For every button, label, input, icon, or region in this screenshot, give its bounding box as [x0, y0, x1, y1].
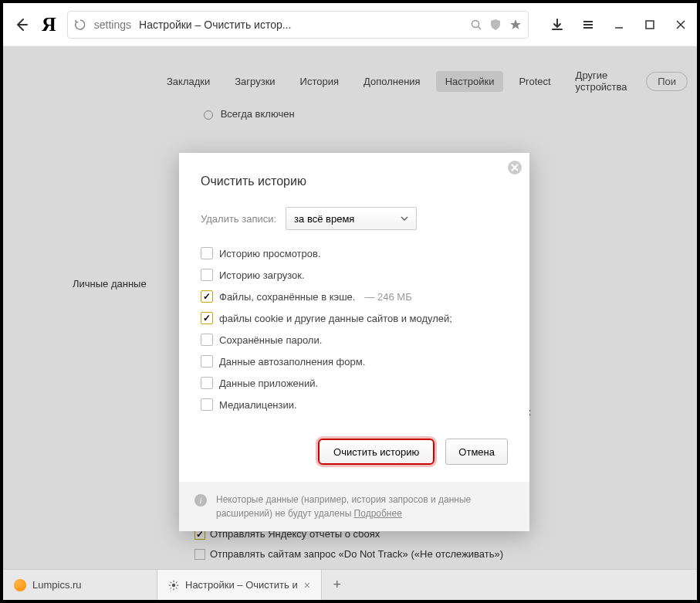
- clear-option-6[interactable]: Данные приложений.: [201, 377, 508, 389]
- checkbox-icon: ✓: [201, 290, 213, 303]
- nav-history[interactable]: История: [291, 71, 348, 92]
- address-key: settings: [94, 19, 131, 31]
- download-button[interactable]: [550, 18, 564, 32]
- settings-nav: Закладки Загрузки История Дополнения Нас…: [3, 65, 697, 97]
- clear-history-dialog: Очистить историю Удалить записи: за всё …: [179, 153, 529, 531]
- back-button[interactable]: [12, 15, 31, 34]
- clear-option-5[interactable]: Данные автозаполнения форм.: [201, 355, 508, 368]
- clear-option-7[interactable]: Медиалицензии.: [201, 398, 508, 411]
- cancel-button[interactable]: Отмена: [445, 439, 508, 465]
- arrow-left-icon: [14, 17, 29, 32]
- info-icon: i: [194, 494, 207, 506]
- chevron-down-icon: [401, 216, 408, 221]
- clear-options-list: Историю просмотров.Историю загрузок.✓Фай…: [201, 247, 508, 411]
- dialog-title: Очистить историю: [201, 174, 508, 188]
- footer-text: Некоторые данные (например, история запр…: [216, 494, 471, 519]
- option-label: Историю просмотров.: [219, 248, 321, 259]
- address-title: Настройки – Очистить истор...: [139, 19, 291, 31]
- toolbar: Я settings Настройки – Очистить истор...: [3, 3, 697, 46]
- reload-icon[interactable]: [74, 19, 86, 31]
- maximize-button[interactable]: [643, 18, 657, 32]
- checkbox-icon: [201, 398, 213, 411]
- option-label: файлы cookie и другие данные сайтов и мо…: [219, 313, 452, 324]
- nav-downloads[interactable]: Загрузки: [225, 71, 284, 92]
- nav-protect[interactable]: Protect: [509, 71, 560, 92]
- search-icon[interactable]: [471, 19, 482, 30]
- dialog-close-button[interactable]: [508, 161, 522, 174]
- option-label: Данные приложений.: [219, 378, 318, 389]
- toolbar-right: [550, 18, 688, 32]
- option-size: — 246 МБ: [364, 291, 411, 303]
- option-label: Медиалицензии.: [219, 399, 297, 411]
- minimize-button[interactable]: [612, 18, 626, 32]
- new-tab-button[interactable]: +: [322, 570, 353, 600]
- nav-settings[interactable]: Настройки: [436, 71, 504, 92]
- tab-settings[interactable]: Настройки – Очистить и ×: [157, 570, 322, 600]
- yandex-logo[interactable]: Я: [42, 13, 56, 36]
- checkbox-icon: [201, 355, 213, 368]
- nav-bookmarks[interactable]: Закладки: [157, 71, 219, 92]
- clear-option-3[interactable]: ✓файлы cookie и другие данные сайтов и м…: [201, 312, 508, 324]
- download-icon: [551, 19, 563, 31]
- page-content: Закладки Загрузки История Дополнения Нас…: [3, 46, 697, 569]
- address-bar[interactable]: settings Настройки – Очистить истор...: [67, 11, 529, 39]
- menu-button[interactable]: [581, 18, 595, 32]
- close-window-button[interactable]: [674, 18, 688, 32]
- checkbox-icon: [201, 334, 213, 346]
- time-range-select[interactable]: за всё время: [286, 207, 417, 230]
- tab-bar: Lumpics.ru Настройки – Очистить и × +: [3, 569, 697, 600]
- checkbox-icon: [201, 377, 213, 389]
- maximize-icon: [644, 19, 655, 30]
- minimize-icon: [614, 19, 624, 30]
- option-label: Сохранённые пароли.: [219, 334, 322, 346]
- star-icon[interactable]: [509, 19, 522, 31]
- checkbox-icon: ✓: [201, 312, 213, 324]
- svg-point-0: [472, 20, 479, 27]
- gear-icon: [168, 580, 179, 591]
- svg-line-1: [479, 26, 482, 29]
- dialog-footer: i Некоторые данные (например, история за…: [179, 482, 529, 531]
- favicon-lumpics-icon: [14, 579, 26, 591]
- checkbox-do-not-track[interactable]: Отправлять сайтам запрос «Do Not Track» …: [194, 548, 503, 560]
- nav-devices[interactable]: Другие устройства: [566, 65, 641, 97]
- shield-icon[interactable]: [489, 19, 502, 31]
- option-label: Историю загрузок.: [219, 269, 305, 281]
- radio-always-on[interactable]: Всегда включен: [204, 108, 697, 120]
- option-label: Данные автозаполнения форм.: [219, 356, 365, 368]
- section-personal-data: Личные данные: [73, 278, 147, 290]
- tab-close-button[interactable]: ×: [304, 579, 310, 591]
- clear-option-2[interactable]: ✓Файлы, сохранённые в кэше. — 246 МБ: [201, 290, 508, 303]
- hamburger-icon: [582, 19, 594, 31]
- clear-history-button[interactable]: Очистить историю: [318, 439, 435, 465]
- delete-records-label: Удалить записи:: [201, 213, 276, 225]
- checkbox-icon: [201, 269, 213, 281]
- address-actions: [471, 19, 522, 31]
- checkbox-icon: [201, 247, 213, 259]
- svg-point-4: [172, 583, 175, 586]
- settings-search[interactable]: Пои: [646, 72, 688, 91]
- clear-option-0[interactable]: Историю просмотров.: [201, 247, 508, 259]
- browser-window: Я settings Настройки – Очистить истор...: [3, 3, 697, 600]
- svg-rect-3: [646, 21, 654, 29]
- tab-lumpics[interactable]: Lumpics.ru: [3, 570, 157, 600]
- close-icon: [511, 164, 519, 171]
- nav-addons[interactable]: Дополнения: [354, 71, 430, 92]
- option-label: Файлы, сохранённые в кэше.: [219, 291, 355, 303]
- clear-option-1[interactable]: Историю загрузок.: [201, 269, 508, 281]
- clear-option-4[interactable]: Сохранённые пароли.: [201, 334, 508, 346]
- learn-more-link[interactable]: Подробнее: [354, 508, 402, 519]
- close-icon: [675, 19, 686, 30]
